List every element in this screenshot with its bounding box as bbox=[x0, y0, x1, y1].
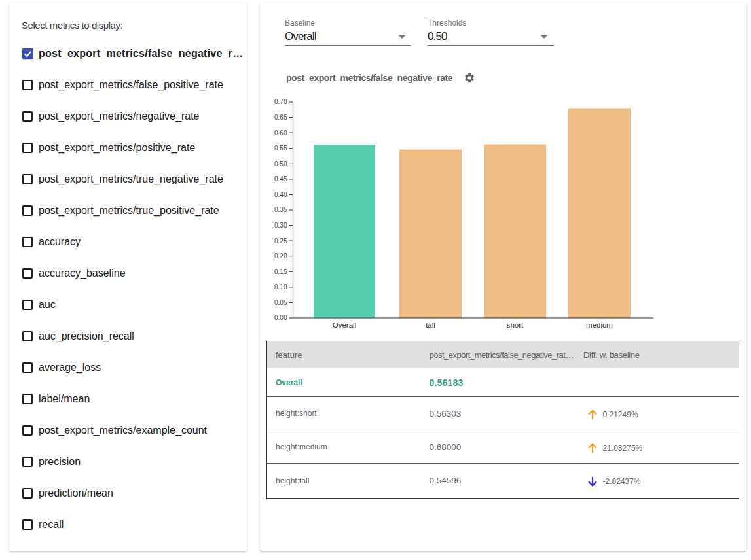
svg-text:0.45: 0.45 bbox=[274, 175, 287, 183]
svg-text:tall: tall bbox=[426, 321, 435, 329]
svg-text:medium: medium bbox=[586, 321, 613, 329]
svg-text:0.15: 0.15 bbox=[274, 268, 287, 275]
svg-text:Overall: Overall bbox=[333, 321, 356, 329]
svg-text:0.30: 0.30 bbox=[274, 222, 287, 229]
svg-text:short: short bbox=[507, 321, 524, 329]
svg-text:0.35: 0.35 bbox=[274, 206, 287, 213]
svg-text:0.10: 0.10 bbox=[274, 283, 287, 290]
svg-text:0.25: 0.25 bbox=[274, 237, 287, 245]
svg-text:0.40: 0.40 bbox=[274, 191, 287, 198]
svg-text:0.20: 0.20 bbox=[274, 253, 287, 260]
svg-text:0.05: 0.05 bbox=[274, 299, 287, 306]
svg-text:0.60: 0.60 bbox=[274, 130, 287, 137]
svg-text:0.55: 0.55 bbox=[274, 145, 287, 152]
svg-text:0.70: 0.70 bbox=[274, 98, 287, 105]
svg-text:0.65: 0.65 bbox=[274, 114, 287, 121]
svg-text:0.50: 0.50 bbox=[274, 160, 287, 167]
svg-text:0.00: 0.00 bbox=[274, 314, 287, 321]
